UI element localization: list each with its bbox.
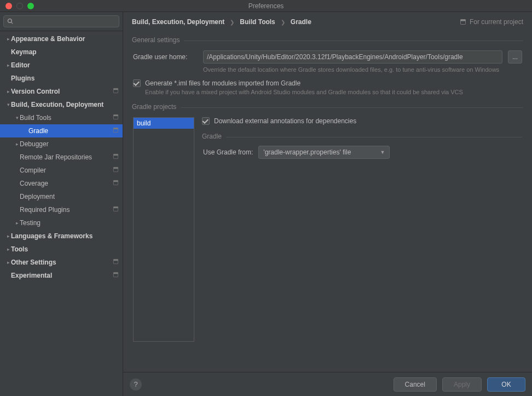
gradle-projects-heading: Gradle projects [132, 103, 181, 111]
tree-testing[interactable]: ▸Testing [0, 216, 123, 229]
chevron-right-icon: ❯ [230, 19, 234, 25]
project-scope-icon [112, 259, 119, 266]
chevron-right-icon[interactable]: ▸ [5, 62, 11, 68]
tree-required-plugins[interactable]: Required Plugins [0, 203, 123, 216]
chevron-right-icon[interactable]: ▸ [14, 220, 20, 226]
download-annotations-checkbox[interactable]: Download external annotations for depend… [202, 117, 522, 125]
tree-item-label: Compiler [20, 167, 112, 174]
for-current-project-label: For current project [460, 18, 523, 26]
svg-rect-17 [113, 272, 118, 274]
project-scope-icon [112, 272, 119, 279]
tree-item-label: Version Control [11, 88, 112, 95]
svg-rect-5 [113, 128, 118, 129]
search-input[interactable] [16, 18, 115, 25]
tree-other-settings[interactable]: ▸Other Settings [0, 256, 123, 269]
generate-iml-checkbox[interactable]: Generate *.iml files for modules importe… [133, 79, 522, 87]
download-annotations-label: Download external annotations for depend… [214, 117, 356, 125]
gradle-home-label: Gradle user home: [133, 53, 198, 61]
chevron-right-icon[interactable]: ▸ [5, 246, 11, 252]
gradle-subgroup-heading: Gradle [202, 133, 226, 140]
chevron-down-icon: ▼ [380, 150, 385, 155]
dialog-footer: ? Cancel Apply OK [123, 372, 532, 396]
tree-item-label: Build Tools [20, 114, 112, 122]
use-gradle-from-select[interactable]: 'gradle-wrapper.properties' file ▼ [258, 146, 390, 159]
svg-rect-15 [113, 259, 118, 261]
tree-item-label: Other Settings [11, 259, 112, 266]
ok-button[interactable]: OK [487, 377, 525, 392]
gradle-home-input[interactable] [203, 50, 502, 64]
use-gradle-from-label: Use Gradle from: [203, 148, 253, 156]
tree-item-label: Deployment [20, 193, 119, 200]
breadcrumb-item[interactable]: Build Tools [240, 18, 275, 26]
tree-item-label: Appearance & Behavior [11, 35, 119, 43]
window-title: Preferences [0, 2, 532, 10]
tree-coverage[interactable]: Coverage [0, 177, 123, 190]
checkbox-icon [202, 117, 210, 125]
chevron-down-icon[interactable]: ▾ [14, 115, 20, 120]
tree-deployment[interactable]: Deployment [0, 190, 123, 203]
tree-item-label: Gradle [28, 127, 112, 135]
chevron-right-icon[interactable]: ▸ [5, 260, 11, 265]
chevron-down-icon[interactable]: ▾ [5, 102, 11, 107]
search-input-wrap[interactable] [3, 15, 119, 27]
tree-build-tools[interactable]: ▾Build Tools [0, 111, 123, 124]
gradle-projects-list[interactable]: build [133, 117, 194, 342]
svg-rect-9 [113, 167, 118, 169]
tree-item-label: Editor [11, 61, 119, 69]
general-settings-group: General settings Gradle user home: ... O… [132, 36, 523, 95]
sidebar: ▸Appearance & BehaviorKeymap▸EditorPlugi… [0, 12, 123, 396]
tree-compiler[interactable]: Compiler [0, 164, 123, 177]
tree-appearance-behavior[interactable]: ▸Appearance & Behavior [0, 32, 123, 45]
tree-item-label: Languages & Frameworks [11, 232, 119, 240]
tree-item-label: Debugger [20, 140, 119, 148]
chevron-right-icon[interactable]: ▸ [14, 141, 20, 147]
tree-remote-jar-repositories[interactable]: Remote Jar Repositories [0, 151, 123, 164]
breadcrumb: Build, Execution, Deployment ❯ Build Too… [123, 12, 532, 32]
tree-build-execution-deployment[interactable]: ▾Build, Execution, Deployment [0, 98, 123, 111]
project-scope-icon [112, 153, 119, 161]
cancel-button[interactable]: Cancel [394, 377, 437, 392]
tree-item-label: Testing [20, 219, 119, 227]
gradle-project-item[interactable]: build [134, 118, 194, 129]
tree-gradle[interactable]: Gradle [0, 124, 123, 137]
tree-tools[interactable]: ▸Tools [0, 243, 123, 256]
tree-item-label: Build, Execution, Deployment [11, 101, 119, 108]
tree-item-label: Remote Jar Repositories [20, 153, 112, 161]
svg-rect-13 [113, 206, 118, 208]
svg-rect-11 [113, 180, 118, 182]
apply-button: Apply [442, 377, 482, 392]
tree-item-label: Experimental [11, 272, 112, 279]
svg-rect-7 [113, 154, 118, 156]
tree-editor[interactable]: ▸Editor [0, 59, 123, 72]
tree-debugger[interactable]: ▸Debugger [0, 137, 123, 151]
gradle-projects-group: Gradle projects build Download external … [132, 103, 523, 342]
generate-iml-label: Generate *.iml files for modules importe… [145, 79, 300, 87]
tree-experimental[interactable]: Experimental [0, 269, 123, 282]
chevron-right-icon: ❯ [281, 19, 285, 25]
tree-languages-frameworks[interactable]: ▸Languages & Frameworks [0, 229, 123, 243]
tree-plugins[interactable]: Plugins [0, 72, 123, 85]
chevron-right-icon[interactable]: ▸ [5, 233, 11, 239]
project-scope-icon [112, 167, 119, 174]
svg-rect-1 [113, 88, 118, 90]
tree-item-label: Required Plugins [20, 206, 112, 214]
project-scope-icon [112, 88, 119, 95]
browse-gradle-home-button[interactable]: ... [508, 50, 522, 64]
project-scope-icon [112, 114, 119, 122]
help-button[interactable]: ? [130, 378, 142, 391]
chevron-right-icon[interactable]: ▸ [5, 36, 11, 42]
svg-rect-19 [460, 20, 465, 21]
tree-version-control[interactable]: ▸Version Control [0, 85, 123, 98]
tree-keymap[interactable]: Keymap [0, 45, 123, 59]
breadcrumb-item: Gradle [291, 18, 311, 26]
titlebar: Preferences [0, 0, 532, 12]
tree-item-label: Coverage [20, 180, 112, 187]
tree-item-label: Tools [11, 245, 119, 253]
project-scope-icon [460, 19, 466, 25]
gradle-subgroup: Gradle Use Gradle from: 'gradle-wrapper.… [202, 133, 522, 159]
general-settings-heading: General settings [132, 36, 184, 44]
chevron-right-icon[interactable]: ▸ [5, 89, 11, 94]
breadcrumb-item[interactable]: Build, Execution, Deployment [132, 18, 224, 26]
project-scope-icon [112, 127, 119, 135]
checkbox-icon [133, 79, 141, 87]
